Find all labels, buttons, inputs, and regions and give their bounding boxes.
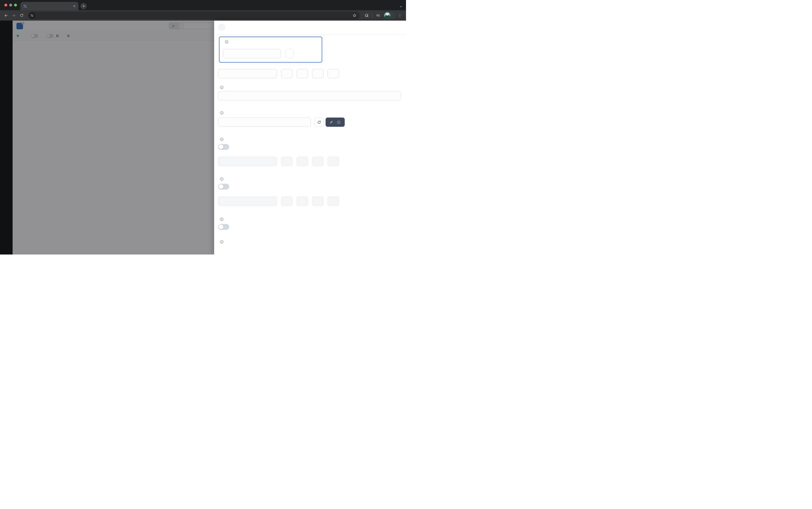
avatar [384,12,391,19]
windmill-favicon-icon [23,4,27,8]
cache-toggle-row [218,144,402,150]
timeout-hour-input[interactable] [312,197,324,206]
cache-min-input[interactable] [296,157,308,166]
cache-day-input[interactable] [328,157,339,166]
info-icon[interactable] [220,240,224,244]
cache-sec-input[interactable] [281,157,293,166]
timeout-duration-input[interactable] [218,197,277,206]
zoom-window-button[interactable] [14,4,17,6]
time-window-sec-input[interactable] [281,69,293,78]
info-icon [337,121,341,124]
perpetual-toggle[interactable] [218,224,229,230]
info-icon[interactable] [225,40,228,44]
address-bar[interactable] [28,12,360,20]
max-executions-input[interactable] [223,49,281,58]
custom-tags-button[interactable] [326,117,345,127]
forward-button[interactable] [11,12,17,19]
refresh-tags-button[interactable] [315,117,324,127]
back-button[interactable] [3,12,9,19]
cache-toggle[interactable] [218,144,229,150]
timeout-duration-row [218,195,402,206]
toolbar-divider [372,13,372,18]
tab-close-icon[interactable]: × [72,4,77,8]
time-window-duration-row [218,68,402,78]
timeout-sec-input[interactable] [281,197,293,206]
info-icon[interactable] [220,111,224,115]
profile-chip[interactable] [383,12,395,20]
info-icon[interactable] [220,217,224,221]
browser-menu-icon[interactable] [397,12,403,19]
window-controls[interactable] [0,0,20,10]
remove-limits-button[interactable] [285,49,294,58]
bookmark-star-icon[interactable] [351,12,358,19]
timeout-day-input[interactable] [328,197,339,206]
minimize-window-button[interactable] [9,4,12,6]
close-window-button[interactable] [4,4,7,6]
concurrency-key-label [218,86,402,89]
settings-drawer [214,21,406,254]
timeout-toggle[interactable] [218,184,229,190]
reload-button[interactable] [19,12,25,19]
concurrency-key-input[interactable] [218,91,401,100]
settings-header [214,21,406,33]
time-window-hour-input[interactable] [312,69,324,78]
pencil-icon [330,121,333,124]
concurrency-limits-section [219,37,322,63]
tab-search-chevron-icon[interactable] [399,5,403,8]
cache-duration-row [218,156,402,166]
tab-strip: × [0,0,406,10]
url-toolbar [0,10,406,21]
browser-chrome: × [0,0,406,21]
new-tab-button[interactable] [80,3,87,9]
time-window-day-input[interactable] [328,69,339,78]
cache-hour-input[interactable] [312,157,324,166]
cache-duration-input[interactable] [218,157,277,166]
extensions-icon[interactable] [363,12,370,19]
browser-tab[interactable]: × [20,2,78,10]
perpetual-toggle-row [218,224,402,230]
info-icon[interactable] [220,177,224,181]
worker-tag-input[interactable] [218,117,311,127]
close-settings-button[interactable] [218,24,225,31]
info-icon[interactable] [220,137,224,141]
site-settings-icon[interactable] [29,12,35,19]
media-playlist-icon[interactable] [375,12,381,19]
time-window-min-input[interactable] [296,69,308,78]
info-icon[interactable] [220,86,224,89]
workspace [0,21,406,254]
settings-tabs [214,33,406,35]
page: × [0,0,406,254]
timeout-min-input[interactable] [296,197,308,206]
drawer-overlay[interactable] [0,21,214,254]
time-window-input[interactable] [218,69,277,78]
timeout-toggle-row [218,184,402,190]
